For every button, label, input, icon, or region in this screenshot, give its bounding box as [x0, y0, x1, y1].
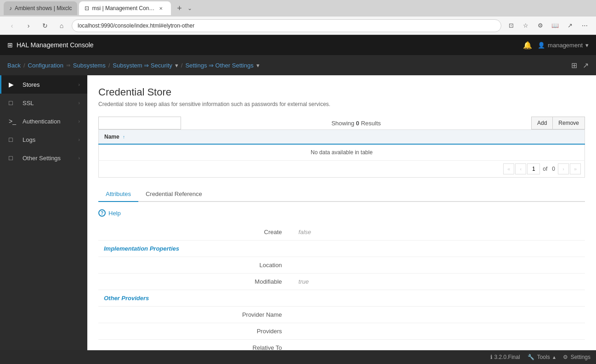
breadcrumb-dropdown2[interactable]: ▾ — [256, 62, 260, 69]
tools-dropdown-icon: ▴ — [553, 354, 556, 360]
tab-close-button[interactable]: ✕ — [157, 5, 165, 12]
tab-bar: ♪ Ambient shows | Mixclc ⊡ msi | Managem… — [0, 0, 596, 17]
external-link-icon[interactable]: ↗ — [583, 61, 589, 70]
topology-icon[interactable]: ⊞ — [571, 61, 577, 70]
breadcrumb-configuration[interactable]: Configuration — [28, 62, 63, 69]
url-text: localhost:9990/console/index.html#elytro… — [78, 22, 194, 29]
table-toolbar: Showing 0 Results Add Remove — [98, 117, 585, 129]
page-number-input[interactable] — [527, 163, 540, 174]
attr-row: Location — [98, 257, 585, 274]
app-logo: ⊞ — [7, 41, 13, 49]
data-table: Name ↑ No data available in table — [98, 129, 585, 161]
sidebar-item-logs[interactable]: □ Logs › — [0, 130, 87, 149]
logs-chevron-icon: › — [78, 137, 80, 142]
table-showing: Showing 0 Results — [181, 120, 531, 127]
attr-key: Relative To — [98, 340, 293, 351]
tab-credential-reference[interactable]: Credential Reference — [138, 187, 210, 202]
attr-key: Modifiable — [98, 274, 293, 290]
remove-button[interactable]: Remove — [552, 117, 585, 129]
breadcrumb-subsystem[interactable]: Subsystem ⇒ Security — [113, 62, 172, 69]
ssl-icon: □ — [9, 99, 18, 106]
reload-button[interactable]: ↻ — [39, 19, 51, 32]
settings-icon: ⚙ — [563, 354, 568, 360]
browser-toolbar-right: ⊡ ☆ ⚙ 📖 ↗ ⋯ — [505, 20, 590, 32]
tools-button[interactable]: 🔧 Tools ▴ — [528, 354, 556, 360]
new-tab-button[interactable]: + — [173, 2, 186, 15]
help-link[interactable]: ? Help — [98, 209, 585, 217]
back-button[interactable]: ‹ — [6, 19, 18, 32]
result-count: 0 — [356, 120, 359, 127]
attr-value — [293, 323, 585, 340]
breadcrumb-dropdown1[interactable]: ▾ — [175, 62, 178, 69]
user-icon: 👤 — [538, 42, 545, 49]
breadcrumb-sep3: / — [181, 62, 183, 69]
name-sort-icon: ↑ — [123, 134, 125, 140]
add-button[interactable]: Add — [531, 117, 552, 129]
page-subtitle: Credential store to keep alias for sensi… — [98, 101, 585, 107]
sidebar-ssl-label: SSL — [23, 100, 78, 106]
tab-attributes[interactable]: Attributes — [98, 187, 138, 202]
url-bar[interactable]: localhost:9990/console/index.html#elytro… — [72, 19, 501, 32]
tab-icon-2: ⊡ — [85, 5, 89, 11]
toolbar-options-icon[interactable]: ⚙ — [534, 20, 546, 32]
sidebar-item-ssl[interactable]: □ SSL › — [0, 94, 87, 112]
sidebar-logs-label: Logs — [23, 136, 78, 143]
user-dropdown-icon: ▾ — [585, 42, 589, 49]
attr-value — [293, 307, 585, 323]
version-label: ℹ 3.2.0.Final — [490, 354, 520, 360]
split-view-icon[interactable]: ⊡ — [505, 20, 517, 32]
sidebar-item-stores[interactable]: ▶ Stores › — [0, 75, 87, 94]
last-page-button[interactable]: » — [570, 163, 581, 174]
tab-dropdown-button[interactable]: ⌄ — [187, 5, 192, 11]
stores-icon: ▶ — [9, 81, 18, 88]
more-icon[interactable]: ⋯ — [579, 20, 590, 32]
home-button[interactable]: ⌂ — [55, 19, 68, 32]
first-page-button[interactable]: « — [503, 163, 514, 174]
read-mode-icon[interactable]: 📖 — [549, 20, 561, 32]
breadcrumb-back[interactable]: Back — [7, 62, 21, 69]
bookmark-icon[interactable]: ☆ — [520, 20, 532, 32]
help-circle-icon: ? — [98, 209, 106, 217]
breadcrumb-arrow1: ⇒ — [66, 62, 70, 68]
breadcrumb-subsystems[interactable]: Subsystems — [73, 62, 106, 69]
name-column-header[interactable]: Name ↑ — [99, 130, 585, 145]
page-title: Credential Store — [98, 86, 585, 98]
empty-table-message: No data available in table — [99, 144, 585, 161]
prev-page-button[interactable]: ‹ — [515, 163, 526, 174]
attr-key: Location — [98, 257, 293, 274]
breadcrumb-bar: Back / Configuration ⇒ Subsystems / Subs… — [0, 55, 596, 75]
attr-value — [293, 340, 585, 351]
attr-row: Relative To — [98, 340, 585, 351]
sidebar-item-other-settings[interactable]: □ Other Settings › — [0, 149, 87, 167]
attr-value: false — [293, 224, 585, 241]
table-row-empty: No data available in table — [99, 144, 585, 161]
attr-value — [293, 257, 585, 274]
notifications-icon[interactable]: 🔔 — [523, 41, 532, 50]
tab-inactive[interactable]: ♪ Ambient shows | Mixclc — [4, 1, 77, 15]
tab-icon-1: ♪ — [9, 5, 12, 11]
tab-active[interactable]: ⊡ msi | Management Con… ✕ — [79, 1, 171, 15]
tools-icon: 🔧 — [528, 354, 534, 360]
next-page-button[interactable]: › — [558, 163, 569, 174]
stores-chevron-icon: › — [78, 82, 80, 87]
user-menu[interactable]: 👤 management ▾ — [538, 42, 589, 49]
attr-row: Createfalse — [98, 224, 585, 241]
share-icon[interactable]: ↗ — [564, 20, 576, 32]
auth-chevron-icon: › — [78, 118, 80, 124]
table-search-input[interactable] — [98, 117, 181, 129]
sidebar-item-authentication[interactable]: >_ Authentication › — [0, 112, 87, 130]
version-icon: ℹ — [490, 354, 493, 360]
breadcrumb-right: ⊞ ↗ — [571, 61, 589, 70]
breadcrumb-sep1: / — [23, 62, 25, 69]
main-layout: ▶ Stores › □ SSL › >_ Authentication › □… — [0, 75, 596, 350]
attr-value: true — [293, 274, 585, 290]
content-area: Credential Store Credential store to kee… — [87, 75, 596, 350]
forward-button[interactable]: › — [22, 19, 35, 32]
sidebar-stores-label: Stores — [23, 81, 78, 88]
total-pages: 0 — [552, 166, 555, 172]
attr-row: Modifiabletrue — [98, 274, 585, 290]
breadcrumb-sep2: / — [108, 62, 110, 69]
pagination: « ‹ of 0 › » — [98, 161, 585, 178]
settings-button[interactable]: ⚙ Settings — [563, 354, 590, 360]
breadcrumb-settings[interactable]: Settings ⇒ Other Settings — [185, 62, 253, 69]
